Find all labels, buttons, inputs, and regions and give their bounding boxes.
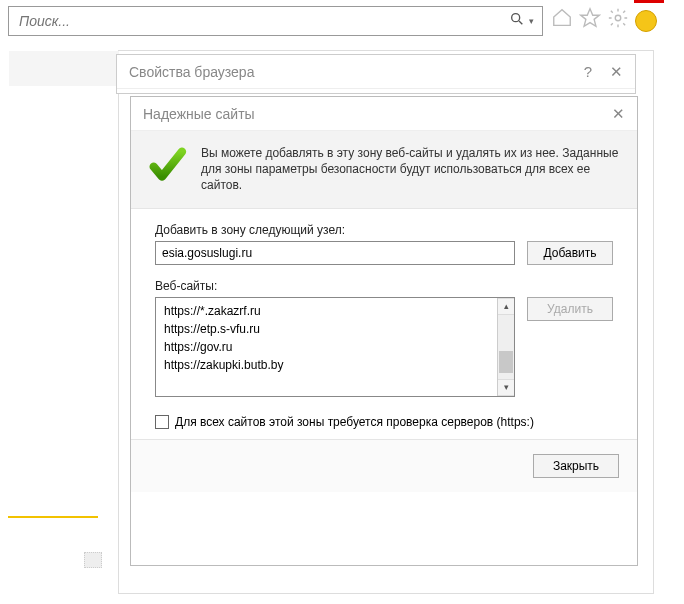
toolbar-icon-group [551, 7, 657, 35]
parent-dialog-titlebar: Свойства браузера ? ✕ [117, 55, 635, 89]
close-icon[interactable]: ✕ [612, 105, 625, 123]
close-icon[interactable]: ✕ [610, 63, 623, 81]
add-site-label: Добавить в зону следующий узел: [155, 223, 613, 237]
add-button[interactable]: Добавить [527, 241, 613, 265]
svg-marker-2 [581, 9, 599, 26]
child-dialog-title: Надежные сайты [143, 106, 255, 122]
emoji-icon[interactable] [635, 10, 657, 32]
star-icon[interactable] [579, 7, 601, 35]
scroll-down-icon[interactable]: ▾ [498, 379, 514, 396]
scroll-thumb[interactable] [499, 351, 513, 373]
list-item[interactable]: https://etp.s-vfu.ru [162, 320, 491, 338]
add-site-input[interactable] [155, 241, 515, 265]
list-item[interactable]: https://gov.ru [162, 338, 491, 356]
background-decoration [8, 516, 98, 518]
info-text: Вы можете добавлять в эту зону веб-сайты… [201, 145, 621, 194]
list-item[interactable]: https://zakupki.butb.by [162, 356, 491, 374]
search-input[interactable] [17, 12, 509, 30]
https-required-checkbox[interactable] [155, 415, 169, 429]
chevron-down-icon[interactable]: ▾ [529, 16, 534, 26]
child-dialog-titlebar: Надежные сайты ✕ [131, 97, 637, 131]
scroll-up-icon[interactable]: ▴ [498, 298, 514, 315]
browser-properties-dialog: Свойства браузера ? ✕ [116, 54, 636, 94]
accent-line [634, 0, 664, 3]
sites-list-label: Веб-сайты: [155, 279, 613, 293]
help-icon[interactable]: ? [584, 63, 592, 81]
svg-point-0 [512, 14, 520, 22]
list-item[interactable]: https://*.zakazrf.ru [162, 302, 491, 320]
search-icon[interactable] [509, 11, 525, 31]
scrollbar[interactable]: ▴ ▾ [497, 298, 514, 396]
scroll-track[interactable] [498, 315, 514, 379]
background-decoration [84, 552, 102, 568]
browser-toolbar: ▾ [0, 0, 684, 42]
search-controls: ▾ [509, 11, 534, 31]
trusted-sites-dialog: Надежные сайты ✕ Вы можете добавлять в э… [130, 96, 638, 566]
svg-line-1 [519, 21, 522, 24]
checkmark-icon [147, 145, 187, 185]
home-icon[interactable] [551, 7, 573, 35]
gear-icon[interactable] [607, 7, 629, 35]
close-button[interactable]: Закрыть [533, 454, 619, 478]
https-required-label: Для всех сайтов этой зоны требуется пров… [175, 415, 534, 429]
remove-button[interactable]: Удалить [527, 297, 613, 321]
svg-point-3 [615, 15, 621, 21]
info-banner: Вы можете добавлять в эту зону веб-сайты… [131, 131, 637, 209]
sites-listbox[interactable]: https://*.zakazrf.ruhttps://etp.s-vfu.ru… [155, 297, 515, 397]
search-box[interactable]: ▾ [8, 6, 543, 36]
parent-dialog-title: Свойства браузера [129, 64, 254, 80]
